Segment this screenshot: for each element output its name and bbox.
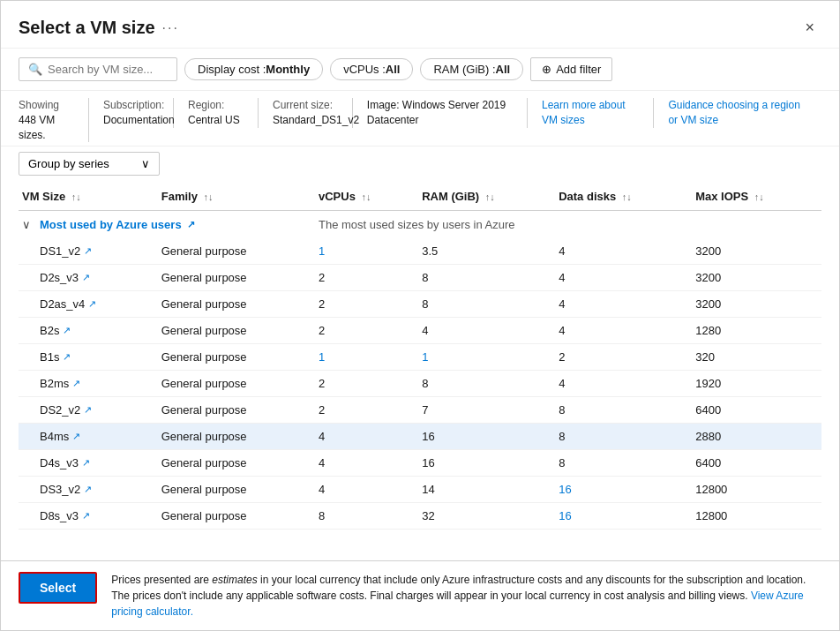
vm-name-text: B2s [40, 324, 59, 337]
region-block: Region: Central US [188, 98, 259, 128]
vcpus-cell: 4 [315, 424, 418, 450]
vm-name-text: B2ms [40, 377, 69, 390]
ram-cell: 32 [418, 503, 555, 530]
more-options-icon[interactable]: ··· [162, 20, 179, 36]
ram-cell: 3.5 [418, 238, 555, 265]
table-row[interactable]: D2s_v3 ↗ General purpose 2 8 4 3200 [19, 265, 821, 291]
info-bar: Showing 448 VM sizes. Subscription: Docu… [1, 91, 839, 146]
max-iops-cell: 320 [692, 344, 821, 371]
ram-cell: 8 [418, 371, 555, 397]
image-block: Image: Windows Server 2019 Datacenter [367, 98, 528, 128]
table-header: VM Size ↑↓ Family ↑↓ vCPUs ↑↓ RAM (GiB) … [19, 183, 821, 211]
col-data-disks-label: Data disks [559, 190, 616, 203]
table-row[interactable]: D4s_v3 ↗ General purpose 4 16 8 6400 [19, 450, 821, 477]
max-iops-cell: 6400 [692, 397, 821, 424]
ram-cell: 4 [418, 318, 555, 344]
display-cost-filter[interactable]: Display cost : Monthly [184, 58, 323, 80]
col-max-iops[interactable]: Max IOPS ↑↓ [692, 183, 821, 211]
subscription-label: Subscription: [103, 98, 159, 113]
family-cell: General purpose [158, 344, 315, 371]
trend-icon: ↗ [84, 404, 92, 416]
trend-icon: ↗ [72, 431, 80, 442]
vm-size-cell: D2s_v3 ↗ [19, 265, 158, 291]
vcpus-cell: 2 [315, 265, 418, 291]
search-input[interactable] [48, 63, 168, 76]
vm-size-cell: DS3_v2 ↗ [19, 477, 158, 503]
ram-cell: 8 [418, 291, 555, 318]
vcpus-label: vCPUs : [343, 63, 386, 76]
table-row[interactable]: B2ms ↗ General purpose 2 8 4 1920 [19, 371, 821, 397]
ram-cell: 8 [418, 265, 555, 291]
family-cell: General purpose [158, 371, 315, 397]
add-filter-icon: ⊕ [542, 63, 551, 76]
max-iops-cell: 2880 [692, 424, 821, 450]
add-filter-button[interactable]: ⊕ Add filter [530, 57, 612, 81]
table-row[interactable]: D2as_v4 ↗ General purpose 2 8 4 3200 [19, 291, 821, 318]
table-row[interactable]: B2s ↗ General purpose 2 4 4 1280 [19, 318, 821, 344]
current-size-label: Current size: [273, 98, 338, 113]
vm-size-cell: B2ms ↗ [19, 371, 158, 397]
vm-name-text: DS2_v2 [40, 403, 80, 417]
vm-name-text: D8s_v3 [40, 509, 79, 522]
title-row: Select a VM size ··· [19, 18, 179, 38]
trend-icon: ↗ [84, 484, 92, 495]
pricing-calculator-link[interactable]: View Azure pricing calculator. [111, 590, 803, 618]
ram-value: All [496, 63, 511, 76]
group-dropdown-label: Group by series [28, 157, 109, 170]
vcpus-cell: 1 [315, 344, 418, 371]
ram-cell: 16 [418, 450, 555, 477]
vcpus-cell: 2 [315, 291, 418, 318]
table-row[interactable]: B1s ↗ General purpose 1 1 2 320 [19, 344, 821, 371]
region-value: Central US [188, 113, 244, 128]
data-disks-cell: 2 [555, 344, 692, 371]
col-max-iops-label: Max IOPS [695, 190, 748, 203]
trend-up-icon: ↗ [187, 219, 195, 230]
col-vm-size[interactable]: VM Size ↑↓ [19, 183, 158, 211]
max-iops-cell: 12800 [692, 477, 821, 503]
col-ram[interactable]: RAM (GiB) ↑↓ [418, 183, 555, 211]
learn-more-link[interactable]: Learn more about VM sizes [542, 98, 639, 128]
vm-name-text: DS3_v2 [40, 483, 80, 496]
guidance-block: Guidance choosing a region or VM size [668, 98, 821, 128]
col-vcpus[interactable]: vCPUs ↑↓ [315, 183, 418, 211]
table-row[interactable]: B4ms ↗ General purpose 4 16 8 2880 [19, 424, 821, 450]
data-disks-cell: 8 [555, 397, 692, 424]
table-row[interactable]: DS3_v2 ↗ General purpose 4 14 16 12800 [19, 477, 821, 503]
sort-vm-size-icon: ↑↓ [71, 192, 81, 202]
table-row[interactable]: DS2_v2 ↗ General purpose 2 7 8 6400 [19, 397, 821, 424]
group-collapse-button[interactable]: ∨ [22, 218, 31, 231]
trend-icon: ↗ [63, 325, 71, 336]
select-button[interactable]: Select [19, 572, 97, 604]
vm-size-cell: DS2_v2 ↗ [19, 397, 158, 424]
col-data-disks[interactable]: Data disks ↑↓ [555, 183, 692, 211]
family-cell: General purpose [158, 477, 315, 503]
vm-table-container[interactable]: VM Size ↑↓ Family ↑↓ vCPUs ↑↓ RAM (GiB) … [1, 183, 839, 560]
trend-icon: ↗ [88, 298, 96, 310]
table-row[interactable]: D8s_v3 ↗ General purpose 8 32 16 12800 [19, 503, 821, 530]
group-dropdown[interactable]: Group by series ∨ [19, 152, 160, 176]
data-disks-cell: 4 [555, 265, 692, 291]
close-button[interactable]: × [798, 15, 821, 41]
toolbar: 🔍 Display cost : Monthly vCPUs : All RAM… [1, 49, 839, 91]
vcpus-filter[interactable]: vCPUs : All [330, 58, 413, 80]
family-cell: General purpose [158, 397, 315, 424]
search-box[interactable]: 🔍 [19, 57, 177, 81]
data-disks-cell: 4 [555, 238, 692, 265]
ram-cell: 16 [418, 424, 555, 450]
table-row[interactable]: DS1_v2 ↗ General purpose 1 3.5 4 3200 [19, 238, 821, 265]
add-filter-label: Add filter [556, 63, 601, 76]
ram-filter[interactable]: RAM (GiB) : All [420, 58, 523, 80]
guidance-link[interactable]: Guidance choosing a region or VM size [668, 98, 807, 128]
footer: Select Prices presented are estimates in… [1, 560, 839, 630]
vm-size-cell: B1s ↗ [19, 344, 158, 371]
ram-cell: 1 [418, 344, 555, 371]
vm-name-text: DS1_v2 [40, 244, 80, 258]
col-ram-label: RAM (GiB) [422, 190, 479, 203]
showing-block: Showing 448 VM sizes. [19, 98, 89, 142]
group-row[interactable]: ∨ Most used by Azure users ↗ The most us… [19, 211, 821, 239]
current-size-value: Standard_DS1_v2 [273, 113, 338, 128]
col-family[interactable]: Family ↑↓ [158, 183, 315, 211]
vcpus-cell: 4 [315, 477, 418, 503]
showing-label: Showing [19, 98, 74, 113]
vm-name-text: B4ms [40, 430, 69, 443]
